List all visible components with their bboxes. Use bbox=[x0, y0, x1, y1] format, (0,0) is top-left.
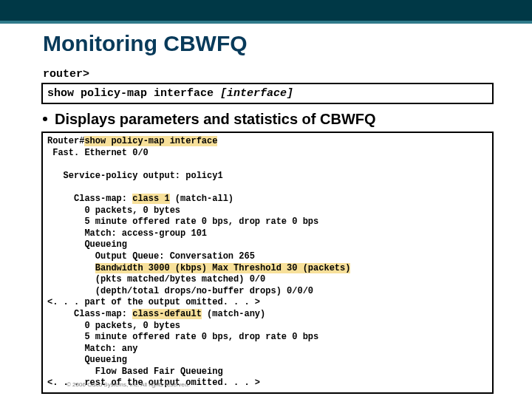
out-l1b-highlight: show policy-map interface bbox=[84, 136, 217, 146]
out-l7: Match: access-group 101 bbox=[47, 228, 207, 239]
command-syntax-box: show policy-map interface [interface] bbox=[41, 83, 494, 104]
out-l14a: Class-map: bbox=[47, 309, 132, 319]
out-l19: Flow Based Fair Queueing bbox=[47, 366, 223, 377]
router-prompt: router> bbox=[43, 68, 89, 81]
out-l11: (pkts matched/bytes matched) 0/0 bbox=[47, 274, 265, 284]
out-l8: Queueing bbox=[47, 239, 127, 250]
top-accent-bar bbox=[0, 0, 532, 24]
out-l14c: (match-any) bbox=[202, 309, 265, 319]
out-l12: (depth/total drops/no-buffer drops) 0/0/… bbox=[47, 286, 313, 296]
out-l10a bbox=[47, 263, 95, 273]
command-text: show policy-map interface bbox=[47, 87, 220, 100]
bullet-line: Displays parameters and statistics of CB… bbox=[43, 111, 376, 128]
bullet-icon bbox=[43, 117, 47, 121]
out-l5: 0 packets, 0 bytes bbox=[47, 205, 180, 216]
out-l16: 5 minute offered rate 0 bps, drop rate 0… bbox=[47, 332, 318, 342]
out-l1a: Router# bbox=[47, 136, 84, 146]
cli-output-box: Router#show policy-map interface Fast. E… bbox=[41, 132, 494, 394]
copyright-footer: © 2006 Cisco Systems, Inc. All rights re… bbox=[66, 381, 189, 388]
out-l15: 0 packets, 0 bytes bbox=[47, 321, 180, 331]
command-arg: [interface] bbox=[220, 87, 293, 100]
out-l6: 5 minute offered rate 0 bps, drop rate 0… bbox=[47, 216, 318, 227]
slide-title: Monitoring CBWFQ bbox=[43, 31, 248, 56]
out-l17: Match: any bbox=[47, 344, 137, 354]
out-l4b-highlight: class 1 bbox=[132, 194, 169, 204]
out-l9: Output Queue: Conversation 265 bbox=[47, 251, 255, 262]
out-l4a: Class-map: bbox=[47, 194, 132, 204]
out-l10b-highlight: Bandwidth 3000 (kbps) Max Threshold 30 (… bbox=[95, 263, 351, 273]
slide: Monitoring CBWFQ router> show policy-map… bbox=[0, 0, 532, 399]
out-l3: Service-policy output: policy1 bbox=[47, 171, 223, 181]
out-l4c: (match-all) bbox=[170, 194, 233, 204]
out-l14b-highlight: class-default bbox=[132, 309, 202, 319]
out-l2: Fast. Ethernet 0/0 bbox=[47, 148, 149, 158]
out-l13: <. . . part of the output omitted. . . > bbox=[47, 297, 260, 307]
bullet-text: Displays parameters and statistics of CB… bbox=[55, 111, 376, 127]
out-l18: Queueing bbox=[47, 355, 127, 365]
